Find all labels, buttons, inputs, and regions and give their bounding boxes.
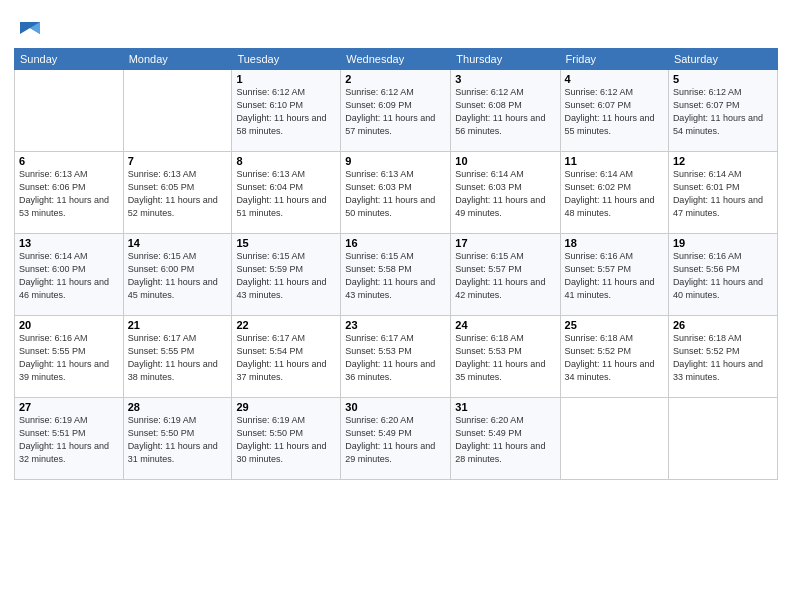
- day-number: 16: [345, 237, 446, 249]
- calendar-header-row: SundayMondayTuesdayWednesdayThursdayFrid…: [15, 49, 778, 70]
- logo-icon: [16, 14, 44, 42]
- day-info: Sunrise: 6:12 AMSunset: 6:10 PMDaylight:…: [236, 86, 336, 138]
- calendar-cell: 27Sunrise: 6:19 AMSunset: 5:51 PMDayligh…: [15, 398, 124, 480]
- day-info: Sunrise: 6:17 AMSunset: 5:55 PMDaylight:…: [128, 332, 228, 384]
- day-info: Sunrise: 6:14 AMSunset: 6:02 PMDaylight:…: [565, 168, 664, 220]
- day-number: 19: [673, 237, 773, 249]
- calendar-cell: 12Sunrise: 6:14 AMSunset: 6:01 PMDayligh…: [668, 152, 777, 234]
- calendar-table: SundayMondayTuesdayWednesdayThursdayFrid…: [14, 48, 778, 480]
- day-number: 30: [345, 401, 446, 413]
- calendar-cell: 8Sunrise: 6:13 AMSunset: 6:04 PMDaylight…: [232, 152, 341, 234]
- calendar-week-5: 27Sunrise: 6:19 AMSunset: 5:51 PMDayligh…: [15, 398, 778, 480]
- day-number: 17: [455, 237, 555, 249]
- day-info: Sunrise: 6:13 AMSunset: 6:04 PMDaylight:…: [236, 168, 336, 220]
- day-info: Sunrise: 6:14 AMSunset: 6:03 PMDaylight:…: [455, 168, 555, 220]
- day-number: 26: [673, 319, 773, 331]
- day-info: Sunrise: 6:19 AMSunset: 5:50 PMDaylight:…: [128, 414, 228, 466]
- calendar-cell: 17Sunrise: 6:15 AMSunset: 5:57 PMDayligh…: [451, 234, 560, 316]
- calendar-cell: 4Sunrise: 6:12 AMSunset: 6:07 PMDaylight…: [560, 70, 668, 152]
- calendar-cell: [668, 398, 777, 480]
- day-number: 8: [236, 155, 336, 167]
- day-number: 10: [455, 155, 555, 167]
- calendar-cell: 21Sunrise: 6:17 AMSunset: 5:55 PMDayligh…: [123, 316, 232, 398]
- day-number: 28: [128, 401, 228, 413]
- day-info: Sunrise: 6:13 AMSunset: 6:06 PMDaylight:…: [19, 168, 119, 220]
- day-info: Sunrise: 6:12 AMSunset: 6:09 PMDaylight:…: [345, 86, 446, 138]
- day-number: 6: [19, 155, 119, 167]
- day-number: 14: [128, 237, 228, 249]
- day-info: Sunrise: 6:15 AMSunset: 5:57 PMDaylight:…: [455, 250, 555, 302]
- day-number: 7: [128, 155, 228, 167]
- calendar-week-1: 1Sunrise: 6:12 AMSunset: 6:10 PMDaylight…: [15, 70, 778, 152]
- calendar-cell: 18Sunrise: 6:16 AMSunset: 5:57 PMDayligh…: [560, 234, 668, 316]
- calendar-cell: 14Sunrise: 6:15 AMSunset: 6:00 PMDayligh…: [123, 234, 232, 316]
- day-number: 27: [19, 401, 119, 413]
- day-number: 23: [345, 319, 446, 331]
- calendar-week-2: 6Sunrise: 6:13 AMSunset: 6:06 PMDaylight…: [15, 152, 778, 234]
- column-header-thursday: Thursday: [451, 49, 560, 70]
- calendar-page: SundayMondayTuesdayWednesdayThursdayFrid…: [0, 0, 792, 612]
- calendar-cell: 9Sunrise: 6:13 AMSunset: 6:03 PMDaylight…: [341, 152, 451, 234]
- day-number: 9: [345, 155, 446, 167]
- calendar-week-4: 20Sunrise: 6:16 AMSunset: 5:55 PMDayligh…: [15, 316, 778, 398]
- day-number: 11: [565, 155, 664, 167]
- day-number: 4: [565, 73, 664, 85]
- calendar-cell: 10Sunrise: 6:14 AMSunset: 6:03 PMDayligh…: [451, 152, 560, 234]
- day-info: Sunrise: 6:13 AMSunset: 6:03 PMDaylight:…: [345, 168, 446, 220]
- calendar-cell: 22Sunrise: 6:17 AMSunset: 5:54 PMDayligh…: [232, 316, 341, 398]
- calendar-cell: 31Sunrise: 6:20 AMSunset: 5:49 PMDayligh…: [451, 398, 560, 480]
- day-info: Sunrise: 6:15 AMSunset: 5:59 PMDaylight:…: [236, 250, 336, 302]
- day-info: Sunrise: 6:19 AMSunset: 5:50 PMDaylight:…: [236, 414, 336, 466]
- calendar-cell: 3Sunrise: 6:12 AMSunset: 6:08 PMDaylight…: [451, 70, 560, 152]
- calendar-cell: 6Sunrise: 6:13 AMSunset: 6:06 PMDaylight…: [15, 152, 124, 234]
- day-info: Sunrise: 6:15 AMSunset: 6:00 PMDaylight:…: [128, 250, 228, 302]
- column-header-sunday: Sunday: [15, 49, 124, 70]
- day-info: Sunrise: 6:15 AMSunset: 5:58 PMDaylight:…: [345, 250, 446, 302]
- day-number: 21: [128, 319, 228, 331]
- calendar-cell: 11Sunrise: 6:14 AMSunset: 6:02 PMDayligh…: [560, 152, 668, 234]
- calendar-week-3: 13Sunrise: 6:14 AMSunset: 6:00 PMDayligh…: [15, 234, 778, 316]
- calendar-cell: 7Sunrise: 6:13 AMSunset: 6:05 PMDaylight…: [123, 152, 232, 234]
- day-number: 2: [345, 73, 446, 85]
- day-info: Sunrise: 6:12 AMSunset: 6:07 PMDaylight:…: [673, 86, 773, 138]
- day-number: 31: [455, 401, 555, 413]
- day-number: 15: [236, 237, 336, 249]
- day-number: 20: [19, 319, 119, 331]
- column-header-friday: Friday: [560, 49, 668, 70]
- day-info: Sunrise: 6:14 AMSunset: 6:01 PMDaylight:…: [673, 168, 773, 220]
- day-number: 13: [19, 237, 119, 249]
- calendar-cell: 13Sunrise: 6:14 AMSunset: 6:00 PMDayligh…: [15, 234, 124, 316]
- calendar-cell: 23Sunrise: 6:17 AMSunset: 5:53 PMDayligh…: [341, 316, 451, 398]
- calendar-cell: 24Sunrise: 6:18 AMSunset: 5:53 PMDayligh…: [451, 316, 560, 398]
- calendar-cell: 26Sunrise: 6:18 AMSunset: 5:52 PMDayligh…: [668, 316, 777, 398]
- day-number: 29: [236, 401, 336, 413]
- day-info: Sunrise: 6:16 AMSunset: 5:57 PMDaylight:…: [565, 250, 664, 302]
- calendar-cell: 30Sunrise: 6:20 AMSunset: 5:49 PMDayligh…: [341, 398, 451, 480]
- day-info: Sunrise: 6:18 AMSunset: 5:52 PMDaylight:…: [673, 332, 773, 384]
- day-number: 22: [236, 319, 336, 331]
- calendar-cell: 15Sunrise: 6:15 AMSunset: 5:59 PMDayligh…: [232, 234, 341, 316]
- day-info: Sunrise: 6:16 AMSunset: 5:55 PMDaylight:…: [19, 332, 119, 384]
- day-info: Sunrise: 6:20 AMSunset: 5:49 PMDaylight:…: [455, 414, 555, 466]
- day-info: Sunrise: 6:18 AMSunset: 5:52 PMDaylight:…: [565, 332, 664, 384]
- calendar-cell: 28Sunrise: 6:19 AMSunset: 5:50 PMDayligh…: [123, 398, 232, 480]
- calendar-cell: 19Sunrise: 6:16 AMSunset: 5:56 PMDayligh…: [668, 234, 777, 316]
- day-info: Sunrise: 6:18 AMSunset: 5:53 PMDaylight:…: [455, 332, 555, 384]
- day-info: Sunrise: 6:17 AMSunset: 5:53 PMDaylight:…: [345, 332, 446, 384]
- calendar-cell: 20Sunrise: 6:16 AMSunset: 5:55 PMDayligh…: [15, 316, 124, 398]
- column-header-monday: Monday: [123, 49, 232, 70]
- day-number: 5: [673, 73, 773, 85]
- day-number: 3: [455, 73, 555, 85]
- day-number: 12: [673, 155, 773, 167]
- calendar-cell: [123, 70, 232, 152]
- header: [14, 10, 778, 42]
- calendar-cell: 2Sunrise: 6:12 AMSunset: 6:09 PMDaylight…: [341, 70, 451, 152]
- column-header-saturday: Saturday: [668, 49, 777, 70]
- column-header-tuesday: Tuesday: [232, 49, 341, 70]
- day-info: Sunrise: 6:19 AMSunset: 5:51 PMDaylight:…: [19, 414, 119, 466]
- column-header-wednesday: Wednesday: [341, 49, 451, 70]
- calendar-cell: 5Sunrise: 6:12 AMSunset: 6:07 PMDaylight…: [668, 70, 777, 152]
- day-info: Sunrise: 6:12 AMSunset: 6:08 PMDaylight:…: [455, 86, 555, 138]
- day-info: Sunrise: 6:16 AMSunset: 5:56 PMDaylight:…: [673, 250, 773, 302]
- calendar-cell: 25Sunrise: 6:18 AMSunset: 5:52 PMDayligh…: [560, 316, 668, 398]
